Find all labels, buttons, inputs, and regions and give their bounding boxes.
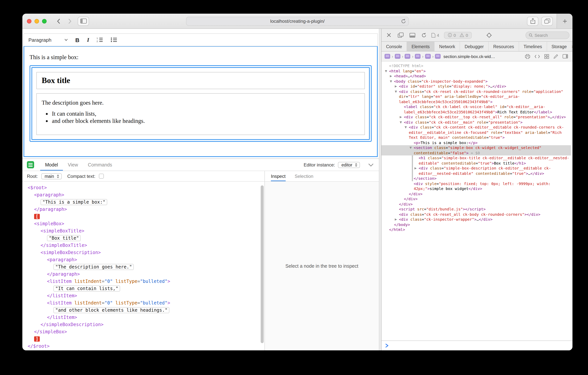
warning-count-badge[interactable]: 0 xyxy=(460,33,468,37)
model-tree-line[interactable]: ] xyxy=(28,336,259,343)
detail-tab-selection[interactable]: Selection xyxy=(294,171,313,181)
model-tree-line[interactable]: <simpleBoxTitle> xyxy=(28,228,259,235)
dock-bottom-button[interactable] xyxy=(408,31,416,39)
root-select[interactable]: main xyxy=(41,173,62,179)
new-tab-button[interactable] xyxy=(556,14,572,28)
model-tree-line[interactable]: <paragraph> xyxy=(28,256,259,264)
dom-tree-line[interactable]: </div> xyxy=(381,196,571,201)
devtools-tab-elements[interactable]: Elements xyxy=(407,42,435,51)
element-picker-button[interactable] xyxy=(485,31,494,39)
tab-overview-button[interactable] xyxy=(541,16,553,26)
inspector-tab-commands[interactable]: Commands xyxy=(83,159,117,171)
disclosure-triangle-icon[interactable]: ▶ xyxy=(414,166,419,171)
element-node-icon[interactable] xyxy=(435,54,441,59)
share-button[interactable] xyxy=(527,16,538,26)
zoom-window-button[interactable] xyxy=(42,19,47,23)
reload-button[interactable] xyxy=(401,18,406,24)
model-tree-line[interactable]: <$root> xyxy=(28,184,259,191)
bulleted-list-button[interactable] xyxy=(111,37,117,43)
box-title[interactable]: Box title xyxy=(36,72,365,89)
dom-tree-line[interactable]: <p>This is a simple box:</p> xyxy=(381,140,571,145)
source-view-button[interactable] xyxy=(535,55,540,58)
dom-tree-line-selected[interactable]: ▼<section class="simple-box ck-widget ck… xyxy=(381,145,571,155)
disclosure-triangle-icon[interactable]: ▼ xyxy=(400,120,404,125)
element-node-icon[interactable] xyxy=(405,54,410,59)
simple-box-widget[interactable]: Box title The description goes here. It … xyxy=(30,65,372,142)
dom-tree-line[interactable]: ▶<div class="ck ck-editor__top ck-reset_… xyxy=(381,114,571,120)
disclosure-triangle-icon[interactable]: ▶ xyxy=(395,217,399,222)
model-tree-line[interactable]: "It can contain lists," xyxy=(28,285,259,292)
address-bar[interactable]: localhost/creating-a-plugin/ xyxy=(186,16,409,26)
model-tree-line[interactable]: </$root> xyxy=(28,343,259,350)
devtools-tab-console[interactable]: Console xyxy=(381,42,407,51)
disclosure-triangle-icon[interactable]: ▶ xyxy=(400,114,404,120)
box-description[interactable]: The description goes here. It can contai… xyxy=(36,93,365,135)
editor-editable[interactable]: This is a simple box: Box title The desc… xyxy=(23,46,378,157)
model-tree-line[interactable]: <paragraph> xyxy=(28,191,259,199)
minimize-window-button[interactable] xyxy=(34,19,39,23)
devtools-tab-storage[interactable]: Storage xyxy=(547,42,572,51)
dom-tree-line[interactable]: ▼<body class="ck-inspector-body-expanded… xyxy=(381,79,571,84)
element-node-icon[interactable] xyxy=(395,54,400,59)
italic-button[interactable]: I xyxy=(87,37,89,43)
model-tree-line[interactable]: "This is a simple box:" xyxy=(28,199,259,206)
collapse-inspector-button[interactable] xyxy=(368,163,374,166)
disclosure-triangle-icon[interactable]: ▼ xyxy=(390,79,394,84)
disclosure-triangle-icon[interactable]: ▶ xyxy=(395,84,399,89)
model-tree-line[interactable]: <listItem listIndent="0" listType="bulle… xyxy=(28,278,259,285)
dom-tree-line[interactable]: <div style="position: fixed; top: 0px; l… xyxy=(381,181,571,191)
devtools-tab-network[interactable]: Network xyxy=(435,42,460,51)
dom-tree-line[interactable]: </html> xyxy=(381,227,571,232)
error-count-badge[interactable]: 0 xyxy=(448,33,456,37)
dom-tree-line[interactable]: ▶<div class="ck-inspector-wrapper">…</di… xyxy=(381,217,571,222)
devtools-tab-debugger[interactable]: Debugger xyxy=(460,42,489,51)
list-item[interactable]: It can contain lists, xyxy=(52,110,359,117)
inspector-tab-view[interactable]: View xyxy=(63,159,83,171)
resource-count-badge[interactable]: 4 xyxy=(431,33,439,37)
dom-tree-line[interactable]: <!DOCTYPE html> xyxy=(381,63,571,68)
dom-tree-line[interactable]: </div> xyxy=(381,201,571,207)
dom-tree-line[interactable]: ▼<div class="ck ck-editor__main" role="p… xyxy=(381,120,571,125)
dom-tree-line[interactable]: <h1 class="simple-box-title ck-editor__e… xyxy=(381,155,571,166)
dom-tree-line[interactable]: </body> xyxy=(381,222,571,227)
devtools-search-field[interactable]: Search xyxy=(525,31,569,39)
list-item[interactable]: and other block elements like headings. xyxy=(52,117,359,124)
model-tree-line[interactable]: </listItem> xyxy=(28,292,259,299)
forward-button[interactable] xyxy=(65,16,75,26)
detach-inspector-button[interactable] xyxy=(396,31,405,39)
devtools-tab-timelines[interactable]: Timelines xyxy=(519,42,547,51)
close-window-button[interactable] xyxy=(27,19,32,23)
dom-tree-line[interactable]: ▶<div class="simple-box-description ck-e… xyxy=(381,166,571,176)
model-tree-line[interactable]: <simpleBox> xyxy=(28,220,259,228)
paragraph-dropdown[interactable]: Paragraph xyxy=(28,37,68,43)
dom-tree-line[interactable]: <div class="ck ck-reset_all ck-body ck-r… xyxy=(381,212,571,217)
dom-tree-line[interactable]: ▶<div id="editor" style="display: none;"… xyxy=(381,84,571,89)
details-sidebar-toggle[interactable] xyxy=(563,54,568,58)
dom-tree-line[interactable]: ▼<div class="ck ck-content ck-editor__ed… xyxy=(381,125,571,140)
tabs-overflow-button[interactable]: » xyxy=(572,44,572,49)
dom-tree-line[interactable]: ▼<html lang="en"> xyxy=(381,68,571,74)
model-tree-line[interactable]: </paragraph> xyxy=(28,271,259,278)
model-tree-line[interactable]: </simpleBoxTitle> xyxy=(28,242,259,249)
model-tree-line[interactable]: "Box title" xyxy=(28,235,259,242)
detail-tab-inspect[interactable]: Inspect xyxy=(271,171,285,181)
quick-console[interactable] xyxy=(381,341,572,350)
intro-paragraph[interactable]: This is a simple box: xyxy=(30,54,372,61)
model-tree-line[interactable]: [ xyxy=(28,213,259,220)
close-inspector-button[interactable] xyxy=(385,31,393,39)
sidebar-toggle-button[interactable] xyxy=(78,16,89,26)
devtools-tab-resources[interactable]: Resources xyxy=(489,42,519,51)
model-tree-line[interactable]: </paragraph> xyxy=(28,206,259,213)
disclosure-triangle-icon[interactable]: ▶ xyxy=(390,74,394,79)
disclosure-triangle-icon[interactable]: ▼ xyxy=(385,68,389,74)
scrollbar-thumb[interactable] xyxy=(261,185,264,343)
dom-tree-line[interactable]: <label class="ck ck-label ck-voice-label… xyxy=(381,104,571,114)
model-tree-line[interactable]: <simpleBoxDescription> xyxy=(28,249,259,256)
back-button[interactable] xyxy=(53,16,63,26)
pane-splitter[interactable] xyxy=(379,29,381,350)
element-node-icon[interactable] xyxy=(385,54,390,59)
edit-button[interactable] xyxy=(554,54,558,59)
inspector-tab-model[interactable]: Model xyxy=(40,159,63,171)
disclosure-triangle-icon[interactable]: ▼ xyxy=(405,125,409,130)
dom-tree-line[interactable]: </div> xyxy=(381,191,571,196)
